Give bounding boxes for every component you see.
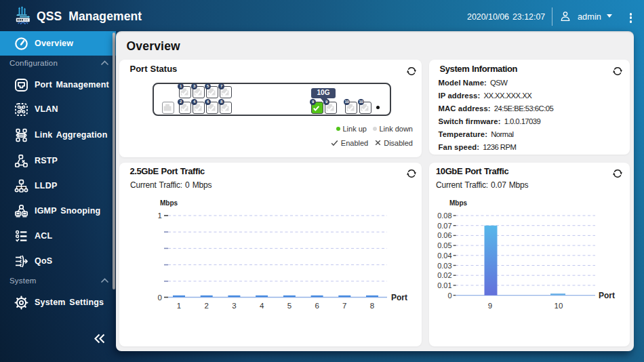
svg-text:Mbps: Mbps bbox=[160, 199, 178, 207]
svg-text:Mbps: Mbps bbox=[449, 199, 468, 207]
svg-text:0.03: 0.03 bbox=[437, 261, 451, 269]
svg-text:Port: Port bbox=[599, 290, 615, 300]
svg-text:6: 6 bbox=[315, 301, 319, 309]
svg-text:0.08: 0.08 bbox=[437, 212, 451, 220]
svg-text:1: 1 bbox=[177, 301, 181, 309]
svg-text:0.06: 0.06 bbox=[437, 231, 451, 239]
svg-text:1: 1 bbox=[158, 212, 162, 220]
svg-text:0.02: 0.02 bbox=[437, 271, 451, 279]
svg-text:0.01: 0.01 bbox=[437, 281, 451, 289]
svg-text:3: 3 bbox=[232, 301, 236, 309]
svg-text:0: 0 bbox=[158, 293, 162, 301]
svg-text:4: 4 bbox=[260, 301, 264, 309]
svg-text:0.05: 0.05 bbox=[437, 241, 451, 249]
svg-text:0.04: 0.04 bbox=[437, 251, 451, 259]
svg-text:9: 9 bbox=[488, 301, 492, 309]
svg-text:2: 2 bbox=[204, 301, 208, 309]
svg-text:Port: Port bbox=[391, 292, 407, 302]
svg-text:8: 8 bbox=[370, 301, 374, 309]
svg-text:5: 5 bbox=[287, 301, 291, 309]
svg-text:0: 0 bbox=[447, 291, 451, 299]
svg-text:0.07: 0.07 bbox=[437, 221, 451, 229]
svg-text:10: 10 bbox=[555, 301, 563, 309]
svg-text:7: 7 bbox=[342, 301, 346, 309]
